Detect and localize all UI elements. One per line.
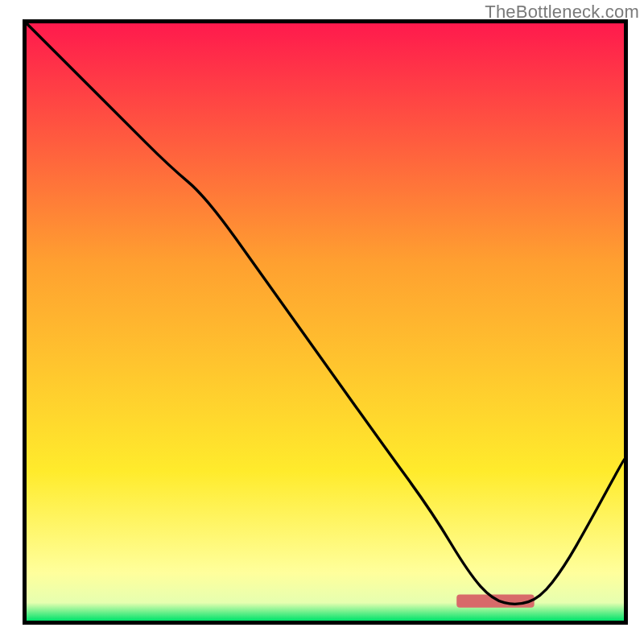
target-band-marker xyxy=(456,594,535,607)
watermark-text: TheBottleneck.com xyxy=(485,2,639,23)
chart-svg xyxy=(27,23,624,621)
plot-area xyxy=(23,19,628,625)
chart-frame: TheBottleneck.com xyxy=(0,0,644,644)
